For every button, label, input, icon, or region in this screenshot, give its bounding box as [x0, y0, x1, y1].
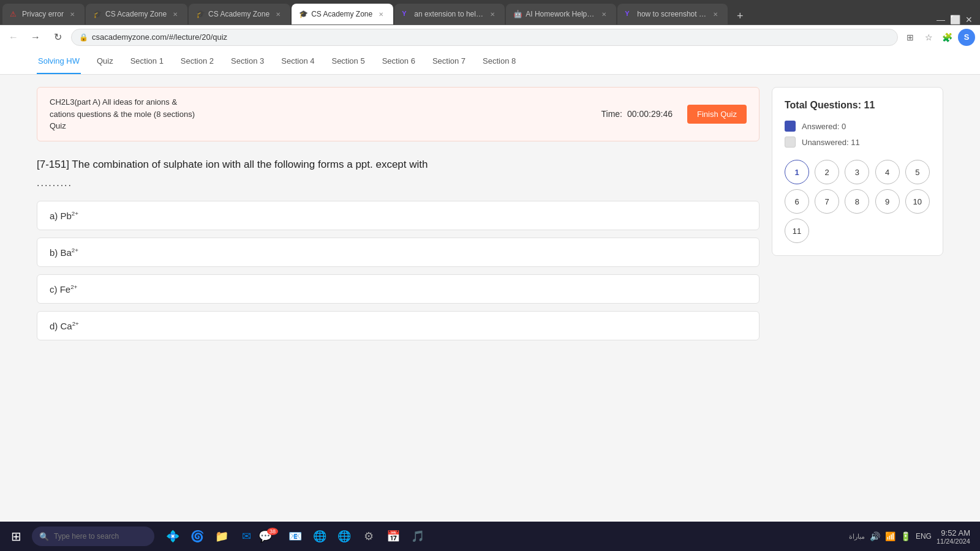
taskbar: ⊞ 🔍 💠 🌀 📁 ✉ 💬 38 📧 🌐 🌐 ⚙ 📅 🎵 مباراة 🔊 📶 …	[0, 522, 980, 525]
question-number-2[interactable]: 2	[815, 160, 839, 184]
quiz-header-title: CH2L3(part A) All ideas for anions & cat…	[50, 96, 601, 132]
legend-unanswered: Unanswered: 11	[785, 137, 930, 148]
tab-extension[interactable]: Y an extension to help w ✕	[394, 4, 505, 24]
option-a-label: a) Pb2+	[50, 211, 78, 221]
tab-title-3: CS Academy Zone	[208, 10, 270, 18]
question-number-11[interactable]: 11	[785, 219, 809, 243]
legend-answered: Answered: 0	[785, 121, 930, 132]
sidebar-legend: Answered: 0 Unanswered: 11	[785, 121, 930, 148]
finish-quiz-button[interactable]: Finish Quiz	[687, 105, 747, 124]
question-number-1[interactable]: 1	[785, 160, 809, 184]
quiz-sidebar: Total Questions: 11 Answered: 0 Unanswer…	[772, 87, 943, 256]
tab-close-3[interactable]: ✕	[273, 9, 283, 19]
tab-bar: ⚠ Privacy error ✕ 🎓 CS Academy Zone ✕ 🎓 …	[0, 0, 980, 24]
reload-button[interactable]: ↻	[49, 29, 66, 46]
answer-option-c[interactable]: c) Fe2+	[37, 274, 760, 304]
bookmark-icon[interactable]: ☆	[921, 30, 936, 45]
tab-title-6: AI Homework Helper &	[526, 10, 595, 18]
close-icon[interactable]: ✕	[965, 15, 973, 24]
question-number-8[interactable]: 8	[845, 189, 869, 214]
question-number: [7-151]	[37, 159, 69, 170]
question-number-4[interactable]: 4	[875, 160, 900, 184]
nav-section3[interactable]: Section 3	[230, 49, 265, 74]
nav-section1[interactable]: Section 1	[129, 49, 165, 74]
sidebar-title: Total Questions: 11	[785, 100, 930, 111]
unanswered-box	[785, 137, 796, 148]
tab-ai-homework[interactable]: 🤖 AI Homework Helper & ✕	[506, 4, 616, 24]
tab-cs-academy-3[interactable]: 🎓 CS Academy Zone ✕	[189, 4, 290, 24]
tab-close-4[interactable]: ✕	[376, 9, 386, 19]
time-label: Time:	[601, 109, 622, 119]
time-value: 00:00:29:46	[627, 109, 673, 119]
question-number-5[interactable]: 5	[905, 160, 930, 184]
answer-option-a[interactable]: a) Pb2+	[37, 201, 760, 230]
tab-privacy-error[interactable]: ⚠ Privacy error ✕	[2, 4, 85, 24]
tab-title-5: an extension to help w	[414, 10, 484, 18]
quiz-title-line3: Quiz	[50, 120, 601, 132]
forward-button[interactable]: →	[27, 29, 44, 46]
tab-how-to-screenshot[interactable]: Y how to screenshot on ✕	[617, 4, 728, 24]
tab-close-7[interactable]: ✕	[710, 9, 720, 19]
profile-button[interactable]: S	[958, 29, 975, 46]
quiz-title-line1: CH2L3(part A) All ideas for anions &	[50, 96, 601, 108]
quiz-timer: Time: 00:00:29:46	[601, 109, 673, 119]
question-number-6[interactable]: 6	[785, 189, 809, 214]
tab-cs-academy-2[interactable]: 🎓 CS Academy Zone ✕	[86, 4, 187, 24]
address-input[interactable]: 🔒 csacademyzone.com/#/lecture/20/quiz	[71, 29, 898, 46]
question-body: The combination of sulphate ion with all…	[72, 159, 428, 170]
tab-title-4: CS Academy Zone	[311, 10, 372, 18]
address-text: csacademyzone.com/#/lecture/20/quiz	[92, 32, 890, 42]
tab-favicon-2: 🎓	[93, 10, 102, 18]
question-number-7[interactable]: 7	[815, 189, 839, 214]
window-controls: — ⬜ ✕	[937, 15, 978, 24]
answer-option-b[interactable]: b) Ba2+	[37, 238, 760, 267]
tab-favicon-3: 🎓	[196, 10, 205, 18]
maximize-icon[interactable]: ⬜	[950, 15, 960, 24]
nav-section6[interactable]: Section 6	[381, 49, 417, 74]
question-container: [7-151] The combination of sulphate ion …	[37, 156, 760, 340]
tab-favicon-6: 🤖	[513, 10, 522, 18]
nav-section7[interactable]: Section 7	[431, 49, 467, 74]
minimize-icon[interactable]: —	[937, 15, 945, 24]
nav-quiz[interactable]: Quiz	[96, 49, 115, 74]
tab-favicon-7: Y	[625, 10, 633, 18]
answer-option-d[interactable]: d) Ca2+	[37, 311, 760, 340]
tab-title-2: CS Academy Zone	[105, 10, 167, 18]
quiz-title-line2: cations questions & the mole (8 sections…	[50, 108, 601, 121]
answered-label: Answered: 0	[802, 122, 846, 131]
translate-icon[interactable]: ⊞	[903, 30, 918, 45]
question-number-9[interactable]: 9	[875, 189, 900, 214]
back-button[interactable]: ←	[5, 29, 22, 46]
tab-title-1: Privacy error	[22, 10, 64, 18]
tab-close-1[interactable]: ✕	[67, 9, 77, 19]
address-bar: ← → ↻ 🔒 csacademyzone.com/#/lecture/20/q…	[0, 24, 980, 49]
page-body: CH2L3(part A) All ideas for anions & cat…	[0, 75, 980, 525]
nav-section5[interactable]: Section 5	[330, 49, 366, 74]
question-number-3[interactable]: 3	[845, 160, 869, 184]
tab-favicon-4: 🎓	[299, 10, 307, 18]
address-icons: ⊞ ☆ 🧩 S	[903, 29, 975, 46]
tab-favicon-5: Y	[402, 10, 410, 18]
quiz-main: CH2L3(part A) All ideas for anions & cat…	[37, 87, 760, 512]
option-c-label: c) Fe2+	[50, 284, 77, 294]
tab-close-6[interactable]: ✕	[599, 9, 609, 19]
unanswered-label: Unanswered: 11	[802, 138, 860, 147]
option-d-label: d) Ca2+	[50, 321, 79, 331]
question-number-10[interactable]: 10	[905, 189, 930, 214]
answered-box	[785, 121, 796, 132]
question-dots: .........	[37, 178, 760, 189]
nav-section4[interactable]: Section 4	[280, 49, 315, 74]
nav-solving-hw[interactable]: Solving HW	[37, 49, 81, 74]
tab-favicon-1: ⚠	[10, 10, 18, 18]
new-tab-button[interactable]: +	[731, 7, 748, 24]
tab-title-7: how to screenshot on	[637, 10, 707, 18]
tab-close-2[interactable]: ✕	[170, 9, 180, 19]
question-text: [7-151] The combination of sulphate ion …	[37, 156, 760, 173]
nav-section2[interactable]: Section 2	[179, 49, 215, 74]
tab-close-5[interactable]: ✕	[488, 9, 497, 19]
tab-cs-academy-active[interactable]: 🎓 CS Academy Zone ✕	[292, 4, 393, 24]
question-number-grid: 1234567891011	[785, 160, 930, 243]
quiz-header: CH2L3(part A) All ideas for anions & cat…	[37, 87, 760, 141]
extensions-icon[interactable]: 🧩	[940, 30, 954, 45]
nav-section8[interactable]: Section 8	[481, 49, 517, 74]
